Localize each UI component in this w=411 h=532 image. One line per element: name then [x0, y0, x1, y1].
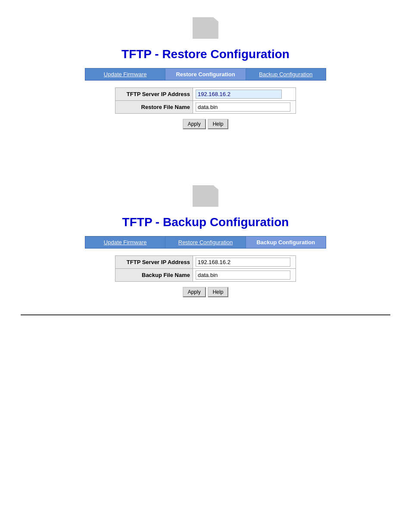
restore-title: TFTP - Restore Configuration — [121, 47, 290, 61]
restore-apply-button[interactable]: Apply — [183, 119, 206, 129]
backup-form-table: TFTP Server IP Address Backup File Name — [115, 255, 296, 282]
backup-title: TFTP - Backup Configuration — [122, 215, 289, 229]
restore-server-ip-input[interactable] — [196, 90, 282, 99]
backup-apply-button[interactable]: Apply — [183, 287, 206, 297]
restore-file-name-input[interactable] — [196, 103, 290, 112]
restore-button-row: Apply Help — [183, 119, 229, 129]
backup-server-ip-row: TFTP Server IP Address — [115, 256, 296, 269]
restore-server-ip-label: TFTP Server IP Address — [115, 88, 193, 101]
backup-server-ip-label: TFTP Server IP Address — [115, 256, 193, 269]
backup-logo — [193, 185, 218, 207]
restore-server-ip-row: TFTP Server IP Address — [115, 88, 296, 101]
backup-nav-backup-configuration[interactable]: Backup Configuration — [246, 236, 326, 248]
bottom-divider — [21, 314, 391, 315]
backup-file-name-input[interactable] — [196, 271, 290, 280]
backup-nav-update-firmware[interactable]: Update Firmware — [85, 236, 165, 248]
restore-nav-restore-configuration[interactable]: Restore Configuration — [165, 68, 246, 80]
restore-nav: Update Firmware Restore Configuration Ba… — [85, 68, 326, 81]
restore-file-name-label: Restore File Name — [115, 101, 193, 114]
restore-file-name-row: Restore File Name — [115, 101, 296, 114]
restore-nav-backup-configuration[interactable]: Backup Configuration — [246, 68, 326, 80]
backup-section: TFTP - Backup Configuration Update Firmw… — [0, 168, 411, 315]
backup-help-button[interactable]: Help — [208, 287, 229, 297]
backup-button-row: Apply Help — [183, 287, 229, 297]
restore-nav-update-firmware[interactable]: Update Firmware — [85, 68, 165, 80]
backup-nav: Update Firmware Restore Configuration Ba… — [85, 236, 326, 249]
restore-help-button[interactable]: Help — [208, 119, 229, 129]
restore-form-table: TFTP Server IP Address Restore File Name — [115, 87, 296, 114]
restore-section: TFTP - Restore Configuration Update Firm… — [0, 0, 411, 134]
backup-nav-restore-configuration[interactable]: Restore Configuration — [165, 236, 246, 248]
backup-server-ip-input[interactable] — [196, 258, 290, 267]
backup-file-name-row: Backup File Name — [115, 269, 296, 282]
backup-file-name-label: Backup File Name — [115, 269, 193, 282]
restore-logo — [193, 17, 218, 39]
